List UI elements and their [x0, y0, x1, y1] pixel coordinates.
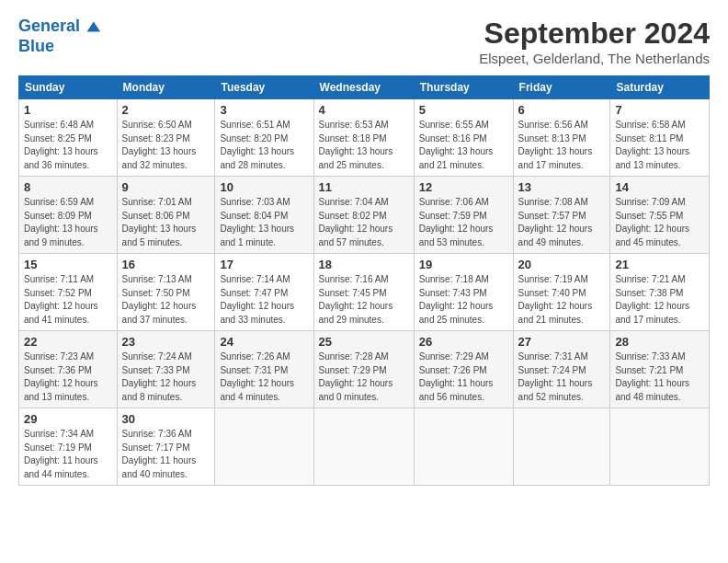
- day-info: Sunrise: 7:16 AMSunset: 7:45 PMDaylight:…: [319, 273, 409, 327]
- table-row: 19Sunrise: 7:18 AMSunset: 7:43 PMDayligh…: [414, 254, 513, 331]
- location: Elspeet, Gelderland, The Netherlands: [479, 51, 710, 66]
- col-monday: Monday: [117, 76, 215, 99]
- day-number: 2: [122, 103, 210, 117]
- table-row: 18Sunrise: 7:16 AMSunset: 7:45 PMDayligh…: [313, 254, 414, 331]
- day-number: 14: [615, 180, 704, 194]
- day-info: Sunrise: 6:55 AMSunset: 8:16 PMDaylight:…: [419, 119, 508, 172]
- table-row: 25Sunrise: 7:28 AMSunset: 7:29 PMDayligh…: [313, 331, 414, 408]
- logo-text: General: [18, 17, 80, 37]
- table-row: [513, 408, 610, 486]
- table-row: 8Sunrise: 6:59 AMSunset: 8:09 PMDaylight…: [19, 177, 118, 254]
- day-number: 18: [319, 258, 409, 271]
- month-title: September 2024: [479, 17, 710, 51]
- day-info: Sunrise: 7:04 AMSunset: 8:02 PMDaylight:…: [319, 196, 409, 249]
- table-row: 10Sunrise: 7:03 AMSunset: 8:04 PMDayligh…: [215, 177, 313, 254]
- table-row: 17Sunrise: 7:14 AMSunset: 7:47 PMDayligh…: [215, 254, 313, 331]
- logo: General Blue: [18, 17, 102, 57]
- day-info: Sunrise: 7:03 AMSunset: 8:04 PMDaylight:…: [220, 196, 308, 249]
- day-info: Sunrise: 7:19 AMSunset: 7:40 PMDaylight:…: [518, 273, 606, 327]
- day-info: Sunrise: 6:50 AMSunset: 8:23 PMDaylight:…: [122, 119, 210, 172]
- calendar-week: 15Sunrise: 7:11 AMSunset: 7:52 PMDayligh…: [19, 254, 710, 331]
- day-number: 26: [419, 335, 508, 349]
- table-row: 9Sunrise: 7:01 AMSunset: 8:06 PMDaylight…: [117, 177, 215, 254]
- table-row: 22Sunrise: 7:23 AMSunset: 7:36 PMDayligh…: [19, 331, 118, 408]
- col-thursday: Thursday: [414, 76, 513, 99]
- day-number: 13: [518, 180, 606, 194]
- day-number: 19: [419, 258, 508, 271]
- day-number: 22: [24, 335, 112, 349]
- day-info: Sunrise: 7:29 AMSunset: 7:26 PMDaylight:…: [419, 350, 508, 404]
- day-info: Sunrise: 7:23 AMSunset: 7:36 PMDaylight:…: [24, 350, 112, 404]
- table-row: [215, 408, 313, 486]
- day-number: 29: [24, 412, 112, 426]
- table-row: 3Sunrise: 6:51 AMSunset: 8:20 PMDaylight…: [215, 99, 313, 177]
- col-wednesday: Wednesday: [313, 76, 414, 99]
- table-row: 11Sunrise: 7:04 AMSunset: 8:02 PMDayligh…: [313, 177, 414, 254]
- day-info: Sunrise: 7:26 AMSunset: 7:31 PMDaylight:…: [220, 350, 308, 404]
- day-number: 4: [319, 103, 409, 117]
- day-info: Sunrise: 6:51 AMSunset: 8:20 PMDaylight:…: [220, 119, 308, 172]
- logo-general: General: [18, 17, 80, 35]
- day-number: 11: [319, 180, 409, 194]
- header: General Blue September 2024 Elspeet, Gel…: [18, 17, 710, 66]
- day-info: Sunrise: 7:21 AMSunset: 7:38 PMDaylight:…: [615, 273, 704, 327]
- logo-icon: [82, 17, 102, 37]
- table-row: 28Sunrise: 7:33 AMSunset: 7:21 PMDayligh…: [610, 331, 710, 408]
- day-number: 15: [24, 258, 112, 271]
- day-info: Sunrise: 7:31 AMSunset: 7:24 PMDaylight:…: [518, 350, 606, 404]
- day-info: Sunrise: 6:59 AMSunset: 8:09 PMDaylight:…: [24, 196, 112, 249]
- day-info: Sunrise: 7:13 AMSunset: 7:50 PMDaylight:…: [122, 273, 210, 327]
- day-info: Sunrise: 7:33 AMSunset: 7:21 PMDaylight:…: [615, 350, 704, 404]
- day-number: 25: [319, 335, 409, 349]
- day-number: 3: [220, 103, 308, 117]
- day-info: Sunrise: 7:06 AMSunset: 7:59 PMDaylight:…: [419, 196, 508, 249]
- day-info: Sunrise: 7:24 AMSunset: 7:33 PMDaylight:…: [122, 350, 210, 404]
- table-row: 15Sunrise: 7:11 AMSunset: 7:52 PMDayligh…: [19, 254, 118, 331]
- table-row: 24Sunrise: 7:26 AMSunset: 7:31 PMDayligh…: [215, 331, 313, 408]
- day-number: 30: [122, 412, 210, 426]
- table-row: 29Sunrise: 7:34 AMSunset: 7:19 PMDayligh…: [19, 408, 118, 486]
- day-info: Sunrise: 6:56 AMSunset: 8:13 PMDaylight:…: [518, 119, 606, 172]
- day-info: Sunrise: 7:09 AMSunset: 7:55 PMDaylight:…: [615, 196, 704, 249]
- calendar-table: Sunday Monday Tuesday Wednesday Thursday…: [18, 75, 710, 486]
- day-info: Sunrise: 6:58 AMSunset: 8:11 PMDaylight:…: [615, 119, 704, 172]
- col-sunday: Sunday: [19, 76, 118, 99]
- day-number: 5: [419, 103, 508, 117]
- col-tuesday: Tuesday: [215, 76, 313, 99]
- day-number: 23: [122, 335, 210, 349]
- table-row: 26Sunrise: 7:29 AMSunset: 7:26 PMDayligh…: [414, 331, 513, 408]
- calendar-week: 29Sunrise: 7:34 AMSunset: 7:19 PMDayligh…: [19, 408, 710, 486]
- col-saturday: Saturday: [610, 76, 710, 99]
- calendar-week: 8Sunrise: 6:59 AMSunset: 8:09 PMDaylight…: [19, 177, 710, 254]
- table-row: 7Sunrise: 6:58 AMSunset: 8:11 PMDaylight…: [610, 99, 710, 177]
- day-number: 21: [615, 258, 704, 271]
- table-row: 4Sunrise: 6:53 AMSunset: 8:18 PMDaylight…: [313, 99, 414, 177]
- day-number: 20: [518, 258, 606, 271]
- calendar-week: 22Sunrise: 7:23 AMSunset: 7:36 PMDayligh…: [19, 331, 710, 408]
- day-number: 28: [615, 335, 704, 349]
- day-number: 1: [24, 103, 112, 117]
- table-row: 27Sunrise: 7:31 AMSunset: 7:24 PMDayligh…: [513, 331, 610, 408]
- day-info: Sunrise: 7:01 AMSunset: 8:06 PMDaylight:…: [122, 196, 210, 249]
- title-section: September 2024 Elspeet, Gelderland, The …: [479, 17, 710, 66]
- day-number: 16: [122, 258, 210, 271]
- day-number: 12: [419, 180, 508, 194]
- day-number: 17: [220, 258, 308, 271]
- calendar-week: 1Sunrise: 6:48 AMSunset: 8:25 PMDaylight…: [19, 99, 710, 177]
- table-row: 20Sunrise: 7:19 AMSunset: 7:40 PMDayligh…: [513, 254, 610, 331]
- day-info: Sunrise: 7:08 AMSunset: 7:57 PMDaylight:…: [518, 196, 606, 249]
- svg-marker-0: [87, 22, 101, 32]
- day-number: 7: [615, 103, 704, 117]
- day-number: 9: [122, 180, 210, 194]
- table-row: [610, 408, 710, 486]
- table-row: 5Sunrise: 6:55 AMSunset: 8:16 PMDaylight…: [414, 99, 513, 177]
- logo-blue: Blue: [18, 37, 102, 57]
- table-row: 13Sunrise: 7:08 AMSunset: 7:57 PMDayligh…: [513, 177, 610, 254]
- day-info: Sunrise: 7:36 AMSunset: 7:17 PMDaylight:…: [122, 428, 210, 481]
- day-number: 8: [24, 180, 112, 194]
- table-row: 2Sunrise: 6:50 AMSunset: 8:23 PMDaylight…: [117, 99, 215, 177]
- day-info: Sunrise: 6:53 AMSunset: 8:18 PMDaylight:…: [319, 119, 409, 172]
- day-info: Sunrise: 7:28 AMSunset: 7:29 PMDaylight:…: [319, 350, 409, 404]
- page: General Blue September 2024 Elspeet, Gel…: [0, 0, 728, 495]
- day-info: Sunrise: 7:14 AMSunset: 7:47 PMDaylight:…: [220, 273, 308, 327]
